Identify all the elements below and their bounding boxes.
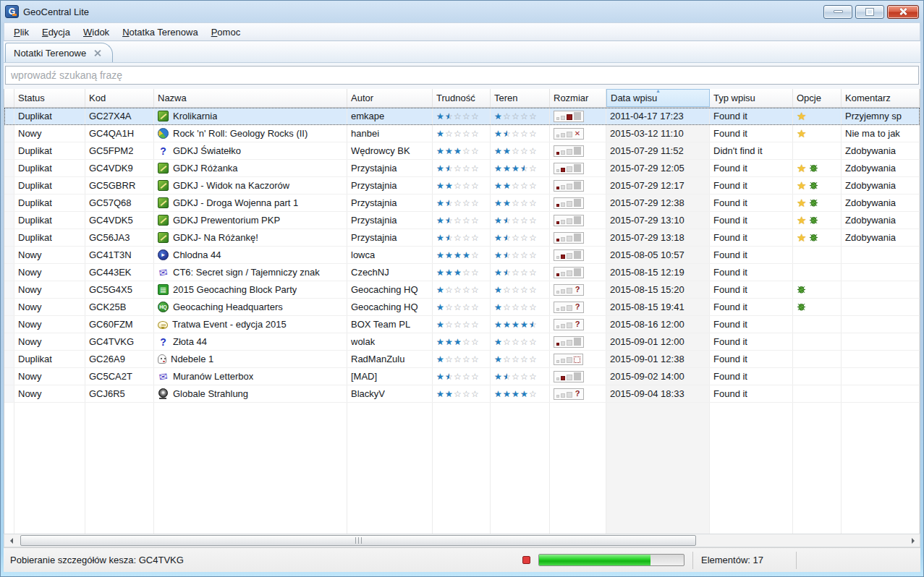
table-row[interactable]: DuplikatGC26A9Ndebele 1RadManZulu☆★☆☆☆☆☆…: [4, 351, 920, 368]
cache-name: Chlodna 44: [173, 249, 221, 260]
star-icon: ☆: [454, 284, 462, 296]
table-row[interactable]: NowyGC4TVKG?Złota 44wolak☆★☆★☆★☆☆☆★☆☆☆☆2…: [4, 333, 920, 351]
table-row[interactable]: NowyGC60FZMTratwa Event - edycja 2015BOX…: [4, 316, 920, 333]
size-indicator-micro: [554, 267, 584, 278]
column-header-autor[interactable]: Autor: [347, 89, 433, 107]
table-row[interactable]: NowyGC41T3N▸Chlodna 44lowca☆★☆★☆★☆★☆☆★☆★…: [4, 247, 920, 264]
column-header-nazwa[interactable]: Nazwa: [154, 89, 347, 107]
column-header-opcje[interactable]: Opcje: [793, 89, 842, 107]
table-row[interactable]: DuplikatGC5FPM2?GDKJ ŚwiatełkoWędrowcy B…: [4, 142, 920, 160]
star-icon: ☆: [529, 180, 538, 192]
table-row[interactable]: NowyGCJ6R5Globale StrahlungBlackyV☆★☆★☆☆…: [4, 385, 920, 403]
column-header-trudność[interactable]: Trudność: [433, 89, 491, 107]
cell-status: Duplikat: [14, 108, 85, 124]
star-icon: ☆★: [503, 145, 512, 157]
table-row[interactable]: NowyGC4QA1HRock 'n' Roll: Geology Rocks …: [4, 125, 920, 142]
star-icon: ☆: [520, 145, 529, 157]
star-icon: ☆★: [436, 354, 445, 365]
menu-item-widok[interactable]: Widok: [77, 24, 116, 40]
menu-item-edycja[interactable]: Edycja: [35, 24, 77, 40]
horizontal-scrollbar[interactable]: [4, 534, 920, 547]
table-row[interactable]: DuplikatGC5GBRRGDKJ - Widok na KaczorówP…: [4, 177, 920, 195]
star-icon: ☆★: [436, 215, 445, 226]
star-icon: ☆★: [436, 302, 445, 313]
cell-kod: GC5FPM2: [85, 142, 154, 159]
minimize-button[interactable]: [823, 5, 852, 19]
column-header-rozmiar[interactable]: Rozmiar: [550, 89, 606, 107]
table-row[interactable]: DuplikatGC4VDK5GDKJ Prewentorium PKPPrzy…: [4, 212, 920, 229]
column-header-teren[interactable]: Teren: [491, 89, 550, 107]
header-label: Nazwa: [158, 93, 187, 103]
star-icon: ☆★: [494, 354, 503, 365]
star-icon: ☆★: [454, 145, 462, 157]
column-header-kod[interactable]: Kod: [85, 89, 154, 107]
menu-item-pomoc[interactable]: Pomoc: [205, 24, 247, 40]
star-icon: ☆★: [436, 336, 445, 348]
star-icon: ☆: [462, 302, 471, 313]
scrollbar-track[interactable]: [17, 534, 907, 547]
stop-download-button[interactable]: [522, 556, 530, 564]
scroll-left-button[interactable]: [4, 534, 17, 547]
cell-teren: ☆★☆★☆☆☆: [491, 247, 550, 263]
table-row[interactable]: NowyGCK25BHQGeocaching HeadquartersGeoca…: [4, 299, 920, 316]
table-row[interactable]: NowyGC5CA2T✉Muranów Letterbox[MAD]☆★☆★☆☆…: [4, 368, 920, 385]
star-icon: ☆★: [494, 128, 503, 140]
cell-opcje: [793, 316, 842, 333]
difficulty-stars: ☆★☆★☆☆☆: [436, 215, 480, 226]
terrain-stars: ☆★☆★☆☆☆: [494, 197, 538, 209]
difficulty-stars: ☆★☆★☆☆☆: [436, 163, 480, 174]
cell-gutter: [4, 264, 14, 281]
column-header-data-wpisu[interactable]: Data wpisu▲: [606, 89, 710, 107]
cell-kod: GC4VDK9: [85, 160, 154, 176]
cell-status: Nowy: [14, 316, 85, 333]
star-icon: ☆: [529, 388, 538, 400]
table-row[interactable]: DuplikatGC57Q68GDKJ - Droga Wojenna part…: [4, 195, 920, 212]
star-icon: ☆: [445, 128, 454, 140]
sort-ascending-icon: ▲: [656, 89, 661, 93]
cell-gutter: [4, 177, 14, 194]
menu-item-notatka-terenowa[interactable]: Notatka Terenowa: [116, 24, 205, 40]
cell-opcje: [793, 247, 842, 263]
size-indicator-micro: [554, 336, 584, 348]
star-icon: ☆: [454, 232, 462, 244]
star-icon: ☆: [471, 284, 480, 296]
cell-nazwa: Krolikarnia: [154, 108, 347, 124]
cell-typ_wpisu: Found it: [710, 125, 793, 142]
close-button[interactable]: [887, 5, 919, 19]
star-icon: ☆: [445, 319, 454, 330]
cell-status: Duplikat: [14, 212, 85, 228]
header-label: Rozmiar: [554, 93, 588, 103]
cell-typ_wpisu: Found it: [710, 160, 793, 176]
terrain-stars: ☆★☆★☆☆☆: [494, 215, 538, 226]
scrollbar-thumb[interactable]: [20, 535, 696, 546]
star-icon: ☆: [512, 180, 520, 192]
table-row[interactable]: NowyGC443EK✉CT6: Secret sign / Tajemnicz…: [4, 264, 920, 281]
cell-autor: BlackyV: [347, 385, 433, 402]
size-indicator-unknown: ?: [554, 388, 584, 400]
star-icon: ☆: [529, 354, 538, 365]
difficulty-stars: ☆★☆★☆☆☆: [436, 197, 480, 209]
scroll-right-button[interactable]: [907, 534, 920, 547]
search-input[interactable]: [5, 66, 919, 85]
column-header-typ-wpisu[interactable]: Typ wpisu: [710, 89, 793, 107]
menu-item-plik[interactable]: Plik: [7, 24, 35, 40]
star-icon: ☆★: [436, 319, 445, 330]
table-row[interactable]: NowyGC5G4X5▦2015 Geocaching Block PartyG…: [4, 281, 920, 299]
cell-opcje: [793, 299, 842, 315]
table-row[interactable]: DuplikatGC4VDK9GDKJ RóżankaPrzystajnia☆★…: [4, 160, 920, 177]
table-row[interactable]: DuplikatGC27X4AKrolikarniaemkape☆★☆★☆☆☆☆…: [4, 108, 920, 125]
cell-autor: Geocaching HQ: [347, 281, 433, 298]
star-icon: ☆★: [445, 163, 454, 174]
column-header-komentarz[interactable]: Komentarz: [842, 89, 920, 107]
cell-status: Nowy: [14, 385, 85, 402]
star-icon: ☆★: [445, 180, 454, 192]
star-icon: ☆★: [436, 388, 445, 400]
column-header-status[interactable]: Status: [14, 89, 85, 107]
table-row[interactable]: DuplikatGC56JA3GDKJ- Na Różankę!Przystaj…: [4, 229, 920, 247]
tab-notatki-terenowe[interactable]: Notatki Terenowe: [5, 43, 113, 62]
statusbar-divider: [692, 552, 693, 569]
maximize-button[interactable]: [855, 5, 884, 19]
star-icon: ☆★: [494, 232, 503, 244]
cache-name: Złota 44: [173, 336, 207, 347]
tab-close-icon[interactable]: [93, 48, 102, 58]
